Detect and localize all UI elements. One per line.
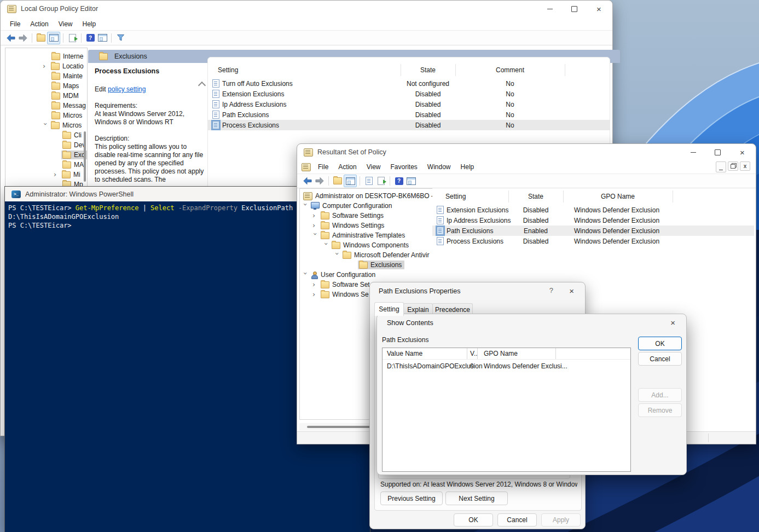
extended-view-button[interactable] [405, 175, 417, 187]
tree-item[interactable]: ›Software Settings [300, 211, 432, 221]
show-console-tree-button[interactable] [47, 32, 60, 44]
dialog-help-button[interactable]: ? [549, 286, 553, 294]
tree-item[interactable]: Maps [5, 81, 87, 91]
table-row[interactable]: Ip Address Exclusions Disabled No [208, 99, 610, 109]
menu-favorites[interactable]: Favorites [386, 161, 422, 173]
mdi-close-button[interactable]: x [740, 161, 750, 171]
chevron-down-icon[interactable]: › [334, 252, 340, 258]
cancel-button[interactable]: Cancel [497, 513, 537, 527]
maximize-button[interactable] [562, 1, 587, 17]
help-button[interactable]: ? [393, 175, 405, 187]
dialog-close-button[interactable]: × [569, 287, 574, 295]
cancel-button[interactable]: Cancel [638, 352, 682, 366]
minimize-button[interactable] [681, 144, 705, 160]
tab-setting[interactable]: Setting [374, 302, 404, 316]
dialog-close-button[interactable]: × [670, 319, 675, 327]
export-list-button[interactable] [66, 32, 78, 44]
detail-scrollbar[interactable] [199, 83, 205, 192]
tree-item[interactable]: ›Administrative Templates [300, 230, 432, 240]
tree-item[interactable]: ›Locatio [5, 61, 87, 71]
help-button[interactable]: ? [84, 32, 96, 44]
chevron-down-icon[interactable]: › [43, 123, 48, 128]
menu-help[interactable]: Help [456, 161, 479, 173]
properties-button[interactable] [363, 175, 375, 187]
menu-file[interactable]: File [5, 18, 25, 30]
chevron-right-icon[interactable]: › [312, 292, 318, 297]
tree-item-exclusions-selected[interactable]: Exc [5, 150, 87, 160]
table-row-selected[interactable]: Process Exclusions Disabled No [208, 120, 610, 130]
table-row-selected[interactable]: Path Exclusions Enabled Windows Defender… [432, 225, 754, 236]
remove-button[interactable]: Remove [638, 403, 682, 417]
add-button[interactable]: Add... [638, 388, 682, 402]
tree-item[interactable]: ›Microsoft Defender Antivir [300, 250, 432, 260]
tree-item[interactable]: Micros [5, 111, 87, 120]
up-one-level-button[interactable] [35, 32, 47, 44]
chevron-right-icon[interactable]: › [54, 172, 59, 177]
previous-setting-button[interactable]: Previous Setting [380, 491, 443, 505]
policy-setting-link[interactable]: policy setting [108, 85, 146, 93]
column-header-gpo-name[interactable]: GPO Name [484, 350, 518, 357]
column-header-comment[interactable]: Comment [455, 66, 565, 74]
extended-view-button[interactable] [96, 32, 108, 44]
menu-view[interactable]: View [54, 18, 78, 30]
chevron-down-icon[interactable]: › [323, 242, 329, 248]
table-row[interactable]: Extension Exclusions Disabled No [208, 89, 610, 99]
chevron-right-icon[interactable]: › [312, 223, 318, 228]
tree-scrollbar-thumb[interactable] [84, 131, 86, 182]
tree-item[interactable]: MDM [5, 91, 87, 101]
menu-view[interactable]: View [362, 161, 386, 173]
close-button[interactable]: × [730, 144, 755, 160]
back-button[interactable] [5, 32, 17, 44]
table-row[interactable]: Turn off Auto Exclusions Not configured … [208, 78, 610, 89]
table-row[interactable]: Extension Exclusions Disabled Windows De… [432, 205, 754, 215]
tree-item[interactable]: Mainte [5, 71, 87, 81]
column-header-state[interactable]: State [508, 193, 563, 200]
tree-item[interactable]: Cli [5, 130, 87, 140]
chevron-right-icon[interactable]: › [43, 63, 48, 69]
tree-item[interactable]: Interne [5, 51, 87, 61]
chevron-down-icon[interactable]: › [303, 203, 308, 209]
up-one-level-button[interactable] [332, 175, 344, 187]
chevron-right-icon[interactable]: › [312, 213, 318, 218]
next-setting-button[interactable]: Next Setting [445, 491, 508, 505]
tree-item[interactable]: ›Micros [5, 120, 87, 130]
tree-item[interactable]: ›Windows Components [300, 240, 432, 250]
tree-item[interactable]: Dev [5, 140, 87, 150]
menu-help[interactable]: Help [78, 18, 101, 30]
scroll-up-icon[interactable] [198, 82, 206, 89]
filter-button[interactable] [114, 32, 126, 44]
tree-item[interactable]: ›Mi [5, 170, 87, 180]
maximize-button[interactable] [705, 144, 730, 160]
lgpe-title-bar[interactable]: Local Group Policy Editor [1, 1, 612, 17]
tree-item[interactable]: MA [5, 160, 87, 170]
table-row[interactable]: Ip Address Exclusions Disabled Windows D… [432, 215, 754, 225]
tree-item-exclusions-selected[interactable]: Exclusions [300, 260, 432, 270]
table-row[interactable]: Path Exclusions Disabled No [208, 109, 610, 120]
column-header-gpo-name[interactable]: GPO Name [563, 193, 673, 200]
tree-item[interactable]: ›Windows Settings [300, 221, 432, 230]
column-header-v[interactable]: V.. [470, 350, 478, 357]
table-row[interactable]: D:\ThisIsADomainGPOExclusion 0 Windows D… [383, 361, 630, 371]
chevron-right-icon[interactable]: › [312, 282, 318, 287]
column-header-setting[interactable]: Setting [445, 193, 466, 200]
tree-item-root[interactable]: Administrator on DESKTOP-BK6M6BO - R [300, 191, 432, 201]
menu-file[interactable]: File [313, 161, 333, 173]
ok-button[interactable]: OK [454, 513, 493, 527]
minimize-button[interactable] [537, 1, 562, 17]
chevron-down-icon[interactable]: › [303, 272, 308, 277]
close-button[interactable]: × [587, 1, 611, 17]
column-header-state[interactable]: State [401, 66, 455, 74]
show-console-tree-button[interactable] [344, 175, 357, 187]
mdi-minimize-button[interactable] [716, 161, 726, 172]
menu-action[interactable]: Action [25, 18, 53, 30]
chevron-down-icon[interactable]: › [312, 233, 318, 238]
menu-window[interactable]: Window [422, 161, 456, 173]
mdi-child-icon[interactable] [302, 163, 311, 171]
tree-item-computer-configuration[interactable]: ›Computer Configuration [300, 201, 432, 211]
ok-button[interactable]: OK [638, 337, 682, 350]
menu-action[interactable]: Action [333, 161, 361, 173]
table-row[interactable]: Process Exclusions Disabled Windows Defe… [432, 236, 754, 246]
hscrollbar-thumb[interactable] [307, 426, 374, 428]
forward-button[interactable] [17, 32, 29, 44]
column-header-setting[interactable]: Setting [218, 66, 238, 74]
